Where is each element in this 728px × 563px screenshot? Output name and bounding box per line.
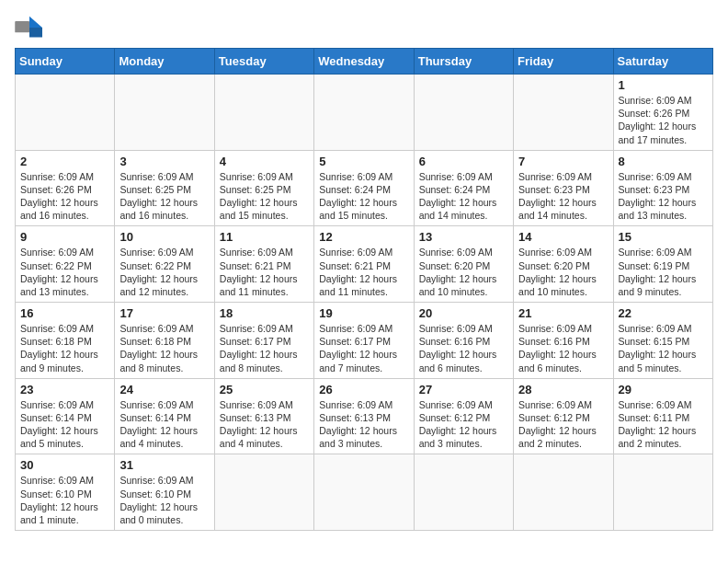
calendar-cell: 8Sunrise: 6:09 AM Sunset: 6:23 PM Daylig…: [613, 150, 712, 226]
day-number: 27: [419, 383, 508, 396]
day-number: 10: [119, 230, 209, 244]
calendar-week-row: 23Sunrise: 6:09 AM Sunset: 6:14 PM Dayli…: [16, 378, 713, 454]
calendar-cell: [115, 75, 214, 151]
day-info: Sunrise: 6:09 AM Sunset: 6:10 PM Dayligh…: [20, 474, 109, 526]
day-number: 2: [20, 155, 109, 168]
calendar-cell: [414, 75, 513, 151]
day-number: 29: [619, 383, 708, 396]
calendar-cell: 15Sunrise: 6:09 AM Sunset: 6:19 PM Dayli…: [613, 226, 712, 303]
day-info: Sunrise: 6:09 AM Sunset: 6:25 PM Dayligh…: [119, 170, 209, 223]
day-number: 12: [319, 230, 408, 244]
svg-marker-2: [29, 28, 42, 38]
day-info: Sunrise: 6:09 AM Sunset: 6:15 PM Dayligh…: [619, 322, 708, 374]
calendar-week-row: 2Sunrise: 6:09 AM Sunset: 6:26 PM Daylig…: [16, 150, 713, 226]
calendar-cell: 25Sunrise: 6:09 AM Sunset: 6:13 PM Dayli…: [214, 378, 313, 454]
day-info: Sunrise: 6:09 AM Sunset: 6:13 PM Dayligh…: [319, 398, 408, 451]
weekday-header-sunday: Sunday: [16, 49, 115, 75]
weekday-header-friday: Friday: [514, 49, 613, 75]
day-number: 3: [119, 155, 209, 168]
header: [15, 15, 713, 40]
day-info: Sunrise: 6:09 AM Sunset: 6:21 PM Dayligh…: [319, 246, 408, 298]
day-info: Sunrise: 6:09 AM Sunset: 6:17 PM Dayligh…: [319, 322, 408, 374]
day-number: 21: [518, 306, 608, 320]
svg-marker-1: [29, 17, 42, 28]
calendar-cell: [214, 75, 313, 151]
calendar-cell: 7Sunrise: 6:09 AM Sunset: 6:23 PM Daylig…: [514, 150, 613, 226]
calendar-week-row: 16Sunrise: 6:09 AM Sunset: 6:18 PM Dayli…: [16, 303, 713, 379]
day-number: 5: [319, 155, 408, 168]
day-number: 19: [319, 306, 408, 320]
calendar-cell: 12Sunrise: 6:09 AM Sunset: 6:21 PM Dayli…: [314, 226, 414, 303]
calendar-cell: 4Sunrise: 6:09 AM Sunset: 6:25 PM Daylig…: [214, 150, 313, 226]
svg-rect-0: [15, 21, 29, 32]
calendar-cell: [514, 454, 613, 531]
day-number: 11: [220, 230, 309, 244]
day-info: Sunrise: 6:09 AM Sunset: 6:18 PM Dayligh…: [20, 322, 109, 374]
calendar-week-row: 9Sunrise: 6:09 AM Sunset: 6:22 PM Daylig…: [16, 226, 713, 303]
day-info: Sunrise: 6:09 AM Sunset: 6:19 PM Dayligh…: [619, 246, 708, 298]
calendar-cell: 6Sunrise: 6:09 AM Sunset: 6:24 PM Daylig…: [414, 150, 513, 226]
day-number: 7: [518, 155, 608, 168]
calendar-cell: 2Sunrise: 6:09 AM Sunset: 6:26 PM Daylig…: [16, 150, 115, 226]
day-info: Sunrise: 6:09 AM Sunset: 6:22 PM Dayligh…: [119, 246, 209, 298]
calendar-cell: 3Sunrise: 6:09 AM Sunset: 6:25 PM Daylig…: [115, 150, 214, 226]
day-number: 17: [119, 306, 209, 320]
day-info: Sunrise: 6:09 AM Sunset: 6:14 PM Dayligh…: [119, 398, 209, 451]
weekday-header-monday: Monday: [115, 49, 214, 75]
calendar-week-row: 1Sunrise: 6:09 AM Sunset: 6:26 PM Daylig…: [16, 75, 713, 151]
weekday-header-wednesday: Wednesday: [314, 49, 414, 75]
calendar-cell: 1Sunrise: 6:09 AM Sunset: 6:26 PM Daylig…: [613, 75, 712, 151]
calendar-cell: 17Sunrise: 6:09 AM Sunset: 6:18 PM Dayli…: [115, 303, 214, 379]
calendar-cell: 26Sunrise: 6:09 AM Sunset: 6:13 PM Dayli…: [314, 378, 414, 454]
calendar-cell: [314, 75, 414, 151]
day-number: 6: [419, 155, 508, 168]
day-number: 4: [220, 155, 309, 168]
calendar-cell: 27Sunrise: 6:09 AM Sunset: 6:12 PM Dayli…: [414, 378, 513, 454]
day-number: 31: [119, 458, 209, 472]
calendar-cell: 11Sunrise: 6:09 AM Sunset: 6:21 PM Dayli…: [214, 226, 313, 303]
calendar-cell: 28Sunrise: 6:09 AM Sunset: 6:12 PM Dayli…: [514, 378, 613, 454]
day-info: Sunrise: 6:09 AM Sunset: 6:23 PM Dayligh…: [619, 170, 708, 223]
day-info: Sunrise: 6:09 AM Sunset: 6:18 PM Dayligh…: [119, 322, 209, 374]
day-number: 30: [20, 458, 109, 472]
calendar-cell: 30Sunrise: 6:09 AM Sunset: 6:10 PM Dayli…: [16, 454, 115, 531]
calendar-cell: [214, 454, 313, 531]
day-info: Sunrise: 6:09 AM Sunset: 6:17 PM Dayligh…: [220, 322, 309, 374]
day-info: Sunrise: 6:09 AM Sunset: 6:24 PM Dayligh…: [319, 170, 408, 223]
day-number: 23: [20, 383, 109, 396]
calendar-cell: 22Sunrise: 6:09 AM Sunset: 6:15 PM Dayli…: [613, 303, 712, 379]
day-info: Sunrise: 6:09 AM Sunset: 6:16 PM Dayligh…: [518, 322, 608, 374]
day-info: Sunrise: 6:09 AM Sunset: 6:22 PM Dayligh…: [20, 246, 109, 298]
day-number: 22: [619, 306, 708, 320]
day-info: Sunrise: 6:09 AM Sunset: 6:16 PM Dayligh…: [419, 322, 508, 374]
day-number: 20: [419, 306, 508, 320]
day-info: Sunrise: 6:09 AM Sunset: 6:14 PM Dayligh…: [20, 398, 109, 451]
calendar-cell: [16, 75, 115, 151]
calendar-cell: 20Sunrise: 6:09 AM Sunset: 6:16 PM Dayli…: [414, 303, 513, 379]
day-number: 15: [619, 230, 708, 244]
calendar-table: SundayMondayTuesdayWednesdayThursdayFrid…: [15, 48, 713, 531]
calendar-cell: 13Sunrise: 6:09 AM Sunset: 6:20 PM Dayli…: [414, 226, 513, 303]
day-info: Sunrise: 6:09 AM Sunset: 6:24 PM Dayligh…: [419, 170, 508, 223]
calendar-cell: 23Sunrise: 6:09 AM Sunset: 6:14 PM Dayli…: [16, 378, 115, 454]
weekday-header-thursday: Thursday: [414, 49, 513, 75]
generalblue-logo-icon: [15, 15, 44, 40]
day-number: 13: [419, 230, 508, 244]
calendar-cell: [514, 75, 613, 151]
day-info: Sunrise: 6:09 AM Sunset: 6:23 PM Dayligh…: [518, 170, 608, 223]
day-info: Sunrise: 6:09 AM Sunset: 6:10 PM Dayligh…: [119, 474, 209, 526]
calendar-cell: 29Sunrise: 6:09 AM Sunset: 6:11 PM Dayli…: [613, 378, 712, 454]
logo: [15, 15, 48, 40]
day-info: Sunrise: 6:09 AM Sunset: 6:26 PM Dayligh…: [619, 94, 708, 146]
calendar-cell: 18Sunrise: 6:09 AM Sunset: 6:17 PM Dayli…: [214, 303, 313, 379]
calendar-cell: 21Sunrise: 6:09 AM Sunset: 6:16 PM Dayli…: [514, 303, 613, 379]
calendar-cell: 5Sunrise: 6:09 AM Sunset: 6:24 PM Daylig…: [314, 150, 414, 226]
day-info: Sunrise: 6:09 AM Sunset: 6:26 PM Dayligh…: [20, 170, 109, 223]
day-number: 16: [20, 306, 109, 320]
calendar-cell: [414, 454, 513, 531]
calendar-cell: 24Sunrise: 6:09 AM Sunset: 6:14 PM Dayli…: [115, 378, 214, 454]
day-number: 24: [119, 383, 209, 396]
day-number: 8: [619, 155, 708, 168]
calendar-cell: 19Sunrise: 6:09 AM Sunset: 6:17 PM Dayli…: [314, 303, 414, 379]
day-number: 1: [619, 78, 708, 92]
